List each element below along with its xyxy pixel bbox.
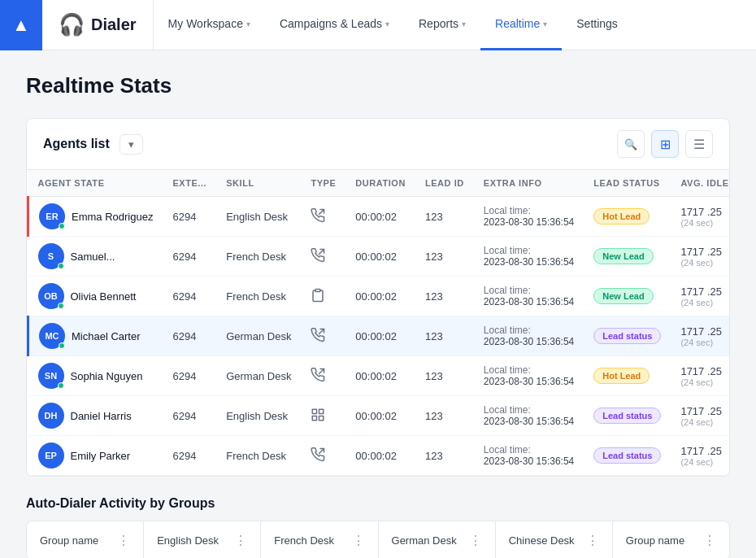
duration-cell: 00:00:02 bbox=[345, 356, 415, 396]
col-type: Type bbox=[301, 170, 345, 197]
group-more-icon[interactable]: ⋮ bbox=[703, 533, 716, 548]
nav-label: Reports bbox=[419, 17, 458, 30]
agent-state-cell: SN Sophia Nguyen bbox=[28, 356, 163, 396]
svg-rect-29 bbox=[313, 416, 317, 420]
nav-item-campaigns[interactable]: Campaigns & Leads ▾ bbox=[265, 0, 404, 50]
group-column[interactable]: German Desk ⋮ bbox=[379, 521, 496, 558]
nav-items: My Workspace ▾ Campaigns & Leads ▾ Repor… bbox=[154, 0, 756, 50]
skill-cell: English Desk bbox=[216, 396, 301, 436]
svg-line-21 bbox=[319, 368, 324, 373]
agents-table-wrap: Agent State Exte... Skill Type Duration … bbox=[27, 170, 729, 476]
list-view-button[interactable]: ☰ bbox=[685, 130, 713, 158]
group-more-icon[interactable]: ⋮ bbox=[234, 533, 247, 548]
skill-cell: French Desk bbox=[216, 436, 301, 476]
search-button[interactable]: 🔍 bbox=[617, 130, 645, 158]
logo-block[interactable]: ▲ bbox=[0, 0, 42, 50]
svg-rect-28 bbox=[319, 416, 324, 420]
table-row: DH Daniel Harris 6294 English Desk 00:00… bbox=[28, 396, 730, 436]
col-extension: Exte... bbox=[163, 170, 216, 197]
brand-block: 🎧 Dialer bbox=[42, 0, 154, 50]
type-cell bbox=[301, 316, 345, 356]
extra-info-cell: Local time: 2023-08-30 15:36:54 bbox=[474, 436, 584, 476]
nav-label: Campaigns & Leads bbox=[280, 17, 382, 30]
skill-cell: English Desk bbox=[216, 197, 301, 237]
duration-cell: 00:00:02 bbox=[345, 277, 415, 316]
chevron-down-icon: ▾ bbox=[246, 20, 250, 28]
lead-status-badge: Hot Lead bbox=[593, 368, 650, 384]
group-name: French Desk bbox=[274, 534, 334, 547]
agent-name: Sophia Nguyen bbox=[71, 370, 143, 382]
page-title: Realtime Stats bbox=[26, 73, 730, 98]
lead-status-cell: Hot Lead bbox=[584, 197, 671, 237]
agent-state-cell: S Samuel... bbox=[28, 237, 163, 277]
group-more-icon[interactable]: ⋮ bbox=[117, 533, 130, 548]
group-column[interactable]: English Desk ⋮ bbox=[144, 521, 261, 558]
avg-idle-cell: 1717 .25 (24 sec) bbox=[671, 356, 729, 396]
nav-item-reports[interactable]: Reports ▾ bbox=[404, 0, 480, 50]
extra-info-cell: Local time: 2023-08-30 15:36:54 bbox=[474, 396, 584, 436]
duration-cell: 00:00:02 bbox=[345, 197, 415, 237]
col-agent-state: Agent State bbox=[28, 170, 163, 197]
duration-cell: 00:00:02 bbox=[345, 316, 415, 356]
skill-cell: German Desk bbox=[216, 356, 301, 396]
col-skill: Skill bbox=[216, 170, 301, 197]
extra-info-cell: Local time: 2023-08-30 15:36:54 bbox=[474, 197, 584, 237]
list-icon: ☰ bbox=[693, 137, 705, 152]
svg-rect-26 bbox=[313, 409, 317, 413]
lead-status-badge: New Lead bbox=[593, 248, 653, 264]
logo-icon: ▲ bbox=[12, 15, 30, 36]
avg-idle-cell: 1717 .25 (24 sec) bbox=[671, 277, 729, 316]
extra-info-cell: Local time: 2023-08-30 15:36:54 bbox=[474, 237, 584, 277]
col-extra-info: Extra Info bbox=[474, 170, 584, 197]
nav-item-realtime[interactable]: Realtime ▾ bbox=[480, 0, 562, 50]
search-icon: 🔍 bbox=[624, 138, 637, 150]
agent-state-cell: MC Michael Carter bbox=[28, 316, 163, 356]
extension-cell: 6294 bbox=[163, 316, 216, 356]
grid-view-button[interactable]: ⊞ bbox=[651, 130, 679, 158]
nav-item-workspace[interactable]: My Workspace ▾ bbox=[154, 0, 265, 50]
topnav: ▲ 🎧 Dialer My Workspace ▾ Campaigns & Le… bbox=[0, 0, 756, 50]
agent-name: Emma Rodriguez bbox=[72, 211, 153, 223]
duration-cell: 00:00:02 bbox=[345, 237, 415, 277]
extra-info-cell: Local time: 2023-08-30 15:36:54 bbox=[474, 316, 584, 356]
svg-rect-27 bbox=[319, 409, 324, 413]
col-lead-status: Lead Status bbox=[584, 170, 671, 197]
group-column[interactable]: Group name ⋮ bbox=[613, 521, 729, 558]
nav-item-settings[interactable]: Settings bbox=[562, 0, 632, 50]
agent-state-cell: DH Daniel Harris bbox=[28, 396, 163, 436]
duration-cell: 00:00:02 bbox=[345, 436, 415, 476]
col-lead-id: Lead ID bbox=[415, 170, 474, 197]
lead-id-cell: 123 bbox=[415, 237, 474, 277]
lead-id-cell: 123 bbox=[415, 356, 474, 396]
group-column[interactable]: Chinese Desk ⋮ bbox=[496, 521, 613, 558]
extra-info-cell: Local time: 2023-08-30 15:36:54 bbox=[474, 277, 584, 316]
type-cell bbox=[301, 237, 345, 277]
group-name: English Desk bbox=[157, 534, 219, 547]
agent-name: Emily Parker bbox=[71, 450, 131, 462]
table-row: MC Michael Carter 6294 German Desk 00:00… bbox=[28, 316, 730, 356]
skill-cell: French Desk bbox=[216, 277, 301, 316]
card-header: Agents list ▾ 🔍 ⊞ ☰ bbox=[27, 119, 729, 170]
avg-idle-cell: 1717 .25 (24 sec) bbox=[671, 436, 729, 476]
lead-status-cell: Lead status bbox=[584, 436, 671, 476]
headset-icon: 🎧 bbox=[59, 12, 85, 37]
group-column[interactable]: French Desk ⋮ bbox=[261, 521, 378, 558]
type-cell bbox=[301, 277, 345, 316]
group-name: Group name bbox=[40, 534, 98, 547]
agents-list-title: Agents list bbox=[43, 137, 110, 151]
chevron-down-icon: ▾ bbox=[543, 20, 547, 28]
svg-line-0 bbox=[319, 209, 324, 214]
agent-name: Samuel... bbox=[71, 251, 115, 263]
lead-status-badge: Lead status bbox=[593, 328, 661, 344]
agent-name: Olivia Bennett bbox=[71, 290, 137, 303]
chevron-down-icon: ▾ bbox=[385, 20, 389, 28]
agent-name: Michael Carter bbox=[72, 330, 141, 342]
group-more-icon[interactable]: ⋮ bbox=[469, 533, 482, 548]
grid-icon: ⊞ bbox=[660, 137, 671, 152]
lead-id-cell: 123 bbox=[415, 396, 474, 436]
group-more-icon[interactable]: ⋮ bbox=[352, 533, 365, 548]
group-more-icon[interactable]: ⋮ bbox=[586, 533, 599, 548]
agents-dropdown[interactable]: ▾ bbox=[119, 134, 143, 155]
group-column[interactable]: Group name ⋮ bbox=[27, 521, 144, 558]
col-duration: Duration bbox=[345, 170, 415, 197]
